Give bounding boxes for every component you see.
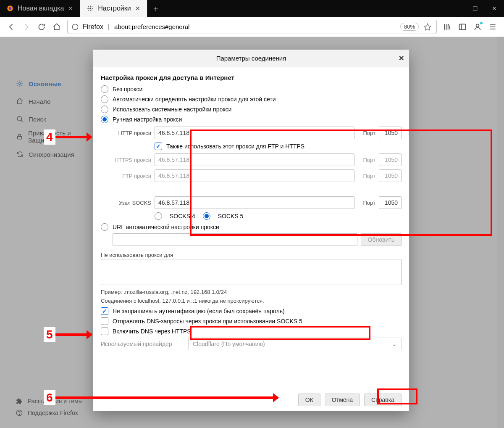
callout-4: 4 (44, 129, 92, 145)
close-icon[interactable]: ✕ (135, 5, 140, 12)
svg-line-8 (92, 10, 92, 11)
radio-socks5[interactable] (203, 212, 210, 220)
svg-line-10 (92, 6, 92, 7)
radio-no-proxy[interactable] (101, 85, 108, 93)
noproxy-heading: Не использовать прокси для (101, 252, 402, 258)
pac-url[interactable] (113, 233, 357, 246)
gear-icon (87, 5, 94, 12)
http-proxy-label: HTTP прокси (101, 130, 151, 136)
tab-label: Новая вкладка (18, 5, 64, 12)
zoom-indicator[interactable]: 80% (400, 23, 419, 31)
http-proxy-port[interactable] (379, 127, 402, 139)
chevron-down-icon: ⌄ (392, 341, 397, 347)
socks-host-label: Узел SOCKS (101, 200, 151, 206)
ftp-proxy-host (155, 169, 354, 182)
provider-value: Cloudflare (По умолчанию) (193, 341, 265, 347)
window-controls: — ☐ ✕ (446, 0, 504, 17)
close-icon[interactable]: ✕ (68, 5, 73, 12)
svg-point-1 (9, 7, 12, 10)
resize-grip-icon[interactable]: ⋰ (404, 405, 407, 410)
socks-port[interactable] (379, 196, 402, 209)
section-heading: Настройка прокси для доступа в Интернет (101, 74, 402, 81)
dialog-header: Параметры соединения ✕ (93, 50, 409, 67)
port-label: Порт (358, 130, 375, 136)
svg-line-7 (89, 6, 89, 7)
tab-settings[interactable]: Настройки ✕ (80, 0, 147, 17)
ftp-proxy-label: FTP прокси (101, 173, 151, 179)
url-bar[interactable]: Firefox | 80% (67, 20, 437, 34)
https-proxy-host (155, 153, 354, 166)
chk-share-proxy[interactable] (155, 143, 162, 150)
radio-pac[interactable] (101, 223, 108, 231)
chk-doh[interactable] (101, 328, 108, 335)
noproxy-note: Соединения с localhost, 127.0.0.1 и ::1 … (101, 298, 402, 304)
account-icon[interactable] (473, 22, 482, 32)
bookmark-star-icon[interactable] (423, 22, 432, 32)
provider-label: Используемый провайдер (101, 341, 184, 347)
window-titlebar: Новая вкладка ✕ Настройки ✕ ＋ — ☐ ✕ (0, 0, 504, 17)
connection-settings-dialog: Параметры соединения ✕ Настройка прокси … (93, 50, 409, 411)
ok-button[interactable]: ОК (298, 394, 320, 406)
forward-button[interactable] (22, 22, 31, 32)
page-area: Основные Начало Поиск Приватность и Защи… (0, 37, 504, 428)
chk-socks-dns[interactable] (101, 317, 108, 325)
minimize-button[interactable]: — (446, 0, 465, 17)
callout-6: 6 (44, 390, 278, 405)
radio-manual[interactable] (101, 116, 108, 123)
radio-socks4[interactable] (155, 212, 162, 220)
svg-point-2 (89, 8, 91, 9)
pac-reload-button[interactable]: Обновить (361, 233, 402, 246)
https-proxy-port (379, 153, 402, 166)
library-icon[interactable] (443, 22, 452, 32)
ftp-proxy-port (379, 169, 402, 182)
dialog-footer: ОК Отмена Справка (298, 394, 402, 406)
app-menu-button[interactable] (488, 22, 497, 32)
help-button[interactable]: Справка (364, 394, 402, 406)
new-tab-button[interactable]: ＋ (147, 0, 164, 17)
close-window-button[interactable]: ✕ (485, 0, 504, 17)
svg-point-14 (476, 24, 479, 27)
firefox-icon (7, 5, 13, 12)
nav-toolbar: Firefox | 80% (0, 17, 504, 37)
svg-rect-12 (459, 24, 466, 29)
svg-point-11 (72, 24, 78, 29)
reload-button[interactable] (37, 22, 46, 32)
firefox-icon (72, 24, 79, 30)
radio-auto-detect[interactable] (101, 95, 108, 103)
dialog-title: Параметры соединения (216, 55, 286, 62)
urlbar-identity: Firefox (83, 23, 103, 31)
noproxy-example: Пример: .mozilla-russia.org, .net.nz, 19… (101, 289, 402, 295)
radio-system[interactable] (101, 106, 108, 113)
home-button[interactable] (52, 22, 61, 32)
sidebar-toggle-icon[interactable] (458, 22, 467, 32)
tab-label: Настройки (98, 5, 131, 12)
svg-line-9 (89, 10, 89, 11)
chk-auth[interactable] (101, 307, 108, 315)
socks-host[interactable] (155, 196, 354, 209)
provider-select[interactable]: Cloudflare (По умолчанию) ⌄ (188, 338, 402, 350)
url-input[interactable] (113, 23, 396, 31)
callout-5: 5 (44, 327, 92, 342)
maximize-button[interactable]: ☐ (465, 0, 485, 17)
back-button[interactable] (7, 22, 16, 32)
noproxy-textarea[interactable] (101, 259, 402, 285)
tab-newtab[interactable]: Новая вкладка ✕ (0, 0, 80, 17)
http-proxy-host[interactable] (155, 127, 354, 139)
https-proxy-label: HTTPS прокси (101, 157, 151, 163)
cancel-button[interactable]: Отмена (325, 394, 360, 406)
dialog-close-button[interactable]: ✕ (399, 54, 404, 62)
